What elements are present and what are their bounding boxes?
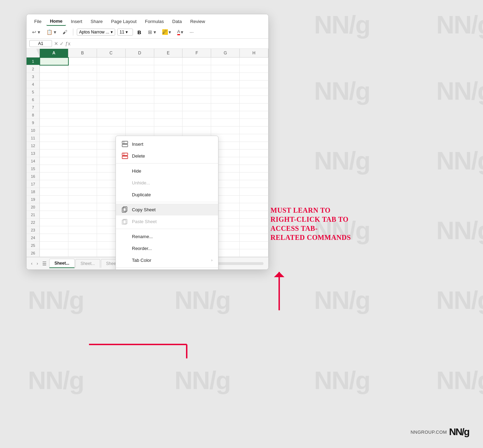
font-size-selector[interactable]: 11 ▾ xyxy=(117,29,133,36)
menu-page-layout[interactable]: Page Layout xyxy=(107,17,140,25)
ctx-duplicate[interactable]: Duplicate xyxy=(116,189,218,200)
cell-b1[interactable] xyxy=(68,58,97,65)
row-header-16[interactable]: 16 xyxy=(27,173,40,180)
row-header-20[interactable]: 20 xyxy=(27,203,40,211)
menu-formulas[interactable]: Formulas xyxy=(141,17,167,25)
ctx-unhide[interactable]: Unhide... xyxy=(116,177,218,189)
menu-file[interactable]: File xyxy=(31,17,45,25)
row-header-9[interactable]: 9 xyxy=(27,119,40,127)
tab-prev-button[interactable]: ‹ xyxy=(29,260,34,267)
formula-bar: A1 ✕ ✓ ƒx xyxy=(27,39,268,49)
clipboard-button[interactable]: 📋 ▾ xyxy=(44,28,58,36)
col-header-e[interactable]: E xyxy=(154,49,183,57)
row-header-8[interactable]: 8 xyxy=(27,111,40,119)
fill-color-button[interactable]: 🖊 ▾ xyxy=(160,28,173,36)
col-header-g[interactable]: G xyxy=(211,49,240,57)
cell-e1[interactable] xyxy=(154,58,183,65)
cell-b2[interactable] xyxy=(68,65,97,73)
menu-share[interactable]: Share xyxy=(87,17,106,25)
cell-a1[interactable] xyxy=(40,58,68,65)
col-header-h[interactable]: H xyxy=(240,49,268,57)
row-header-12[interactable]: 12 xyxy=(27,142,40,150)
col-header-c[interactable]: C xyxy=(97,49,126,57)
svg-rect-2 xyxy=(122,144,128,147)
cell-reference[interactable]: A1 xyxy=(29,40,52,47)
bold-button[interactable]: B xyxy=(135,29,144,36)
tab-list-button[interactable]: ☰ xyxy=(40,260,49,267)
row-header-1[interactable]: 1 xyxy=(27,58,40,65)
annotation-text: Must learn to right-click tab to access … xyxy=(270,206,368,242)
row-header-14[interactable]: 14 xyxy=(27,157,40,165)
paste-sheet-icon xyxy=(121,218,128,225)
row-header-2[interactable]: 2 xyxy=(27,65,40,73)
font-size-label: 11 xyxy=(120,30,124,35)
row-header-17[interactable]: 17 xyxy=(27,180,40,188)
sheet-tab-2[interactable]: Sheet... xyxy=(75,259,100,268)
menu-insert[interactable]: Insert xyxy=(67,17,86,25)
more-options-button[interactable]: ··· xyxy=(187,28,196,36)
row-header-23[interactable]: 23 xyxy=(27,226,40,234)
ctx-hide[interactable]: Hide xyxy=(116,165,218,177)
row-header-6[interactable]: 6 xyxy=(27,96,40,104)
cell-c1[interactable] xyxy=(97,58,126,65)
font-selector[interactable]: Aptos Narrow ... ▾ xyxy=(77,29,115,36)
menu-data[interactable]: Data xyxy=(169,17,185,25)
row-header-24[interactable]: 24 xyxy=(27,234,40,242)
menu-review[interactable]: Review xyxy=(187,17,209,25)
cell-d2[interactable] xyxy=(126,65,154,73)
ctx-tab-color-label: Tab Color xyxy=(132,258,208,263)
row-header-25[interactable]: 25 xyxy=(27,242,40,249)
cell-a2[interactable] xyxy=(40,65,68,73)
cell-f1[interactable] xyxy=(183,58,211,65)
row-header-11[interactable]: 11 xyxy=(27,134,40,142)
ctx-delete[interactable]: Delete xyxy=(116,150,218,162)
svg-rect-5 xyxy=(122,156,128,159)
svg-marker-0 xyxy=(36,49,40,57)
row-header-18[interactable]: 18 xyxy=(27,188,40,196)
row-header-7[interactable]: 7 xyxy=(27,104,40,111)
ctx-insert[interactable]: Insert xyxy=(116,138,218,150)
row-header-10[interactable]: 10 xyxy=(27,127,40,134)
cell-f2[interactable] xyxy=(183,65,211,73)
col-header-f[interactable]: F xyxy=(183,49,211,57)
cell-h2[interactable] xyxy=(240,65,268,73)
col-header-a[interactable]: A xyxy=(40,49,68,57)
cell-g1[interactable] xyxy=(211,58,240,65)
row-header-21[interactable]: 21 xyxy=(27,211,40,219)
row-header-4[interactable]: 4 xyxy=(27,81,40,88)
ctx-manage-protection[interactable]: 🔒 Manage Protection xyxy=(116,269,218,270)
col-header-d[interactable]: D xyxy=(126,49,154,57)
row-header-26[interactable]: 26 xyxy=(27,249,40,257)
ctx-duplicate-icon xyxy=(121,191,128,198)
cell-h1[interactable] xyxy=(240,58,268,65)
cell-g2[interactable] xyxy=(211,65,240,73)
row-header-13[interactable]: 13 xyxy=(27,150,40,157)
tab-indicator-arrow xyxy=(89,341,201,362)
formula-input[interactable] xyxy=(73,41,266,46)
row-header-22[interactable]: 22 xyxy=(27,219,40,226)
row-header-19[interactable]: 19 xyxy=(27,196,40,203)
row-header-5[interactable]: 5 xyxy=(27,88,40,96)
sheet-tab-active[interactable]: Sheet... xyxy=(49,259,75,268)
undo-button[interactable]: ↩ ▾ xyxy=(30,28,42,36)
cell-c2[interactable] xyxy=(97,65,126,73)
ctx-rename[interactable]: Rename... xyxy=(116,230,218,242)
borders-button[interactable]: ⊞ ▾ xyxy=(146,28,158,36)
ctx-copy-sheet[interactable]: Copy Sheet xyxy=(116,204,218,215)
tab-next-button[interactable]: › xyxy=(35,260,40,267)
ctx-paste-sheet[interactable]: Paste Sheet xyxy=(116,215,218,227)
row-header-3[interactable]: 3 xyxy=(27,73,40,81)
ctx-tab-color-arrow: › xyxy=(211,258,213,262)
cell-e2[interactable] xyxy=(154,65,183,73)
ctx-reorder[interactable]: Reorder... xyxy=(116,242,218,254)
row-header-15[interactable]: 15 xyxy=(27,165,40,173)
ctx-reorder-label: Reorder... xyxy=(132,246,213,251)
ctx-sep-4 xyxy=(116,267,218,268)
menu-home[interactable]: Home xyxy=(46,17,66,26)
col-header-b[interactable]: B xyxy=(68,49,97,57)
font-name-label: Aptos Narrow ... xyxy=(79,30,109,35)
cell-d1[interactable] xyxy=(126,58,154,65)
format-painter-button[interactable]: 🖌 xyxy=(60,28,69,36)
font-color-button[interactable]: A ▾ xyxy=(175,28,186,36)
ctx-tab-color[interactable]: Tab Color › xyxy=(116,254,218,266)
